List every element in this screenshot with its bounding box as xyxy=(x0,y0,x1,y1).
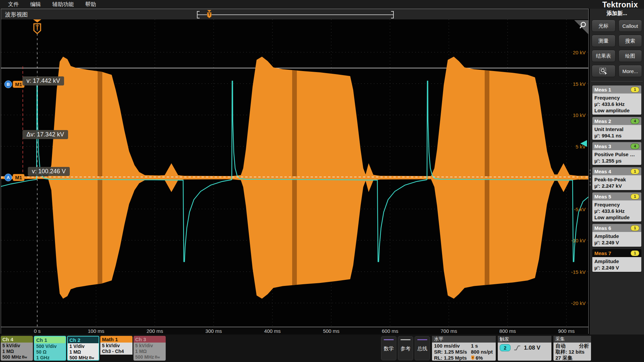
channel-setting-line: 500 MHz Bw xyxy=(69,355,97,361)
add-button-label: 参考 xyxy=(400,346,411,352)
channel-settings: 1 V/div1 MΩ500 MHz Bw xyxy=(68,343,99,361)
meas-card-header[interactable]: Meas 71 xyxy=(592,249,641,257)
search-button[interactable]: 搜索 xyxy=(619,35,642,47)
cursor-b-readout[interactable]: v: 17.442 kV xyxy=(22,76,64,85)
channel-setting-line: 5 kV/div xyxy=(102,343,131,349)
meas-card-3[interactable]: Meas 34Positive Pulse Wi...μ': 1.255 μs xyxy=(592,142,641,165)
meas-card-body: Amplitudeμ': 2.249 V xyxy=(592,232,641,247)
meas-card-body: Unit Intervalμ': 994.1 ns xyxy=(592,125,641,140)
bandwidth-limit-icon: Bw xyxy=(88,356,94,360)
meas-card-1[interactable]: Meas 11Frequencyμ': 433.6 kHzLow amplitu… xyxy=(592,85,641,115)
channel-setting-line: Ch3 - Ch4 xyxy=(102,349,131,354)
add-ref-button[interactable]: 参考 xyxy=(398,336,413,360)
cursor-b-letter: B xyxy=(4,80,12,88)
channel-badge-ch4[interactable]: Ch 45 kV/div1 MΩ500 MHz Bw xyxy=(1,336,33,361)
x-axis-label: 600 ms xyxy=(382,328,398,334)
meas-card-5[interactable]: Meas 51Frequencyμ': 433.6 kHzLow amplitu… xyxy=(592,192,641,222)
waveform-view-window: 波形视图 T 20 kV15 kV10 kV5 kV0 V-5 kV-10 kV… xyxy=(1,9,589,334)
cursor-a-readout[interactable]: v: 100.246 V xyxy=(28,167,70,176)
zoom-select-button[interactable] xyxy=(592,65,615,77)
measure-button[interactable]: 测量 xyxy=(592,35,615,47)
horizontal-panel[interactable]: 水平 100 ms/div1 s SR: 1.25 MS/s800 ns/pt … xyxy=(432,336,496,361)
channel-setting-line: 5 kV/div xyxy=(2,343,31,349)
channel-setting-line: 1 V/div xyxy=(69,344,97,349)
meas-card-2[interactable]: Meas 24Unit Intervalμ': 994.1 ns xyxy=(592,117,641,140)
acquisition-overview-minimap[interactable]: T xyxy=(198,11,393,18)
more-button[interactable]: More... xyxy=(619,65,642,77)
meas-line: μ': 2.247 kV xyxy=(594,183,639,189)
minimap-trigger-flag[interactable]: T xyxy=(206,10,212,19)
trigger-level-arrow[interactable] xyxy=(579,139,588,147)
y-axis-label: 10 kV xyxy=(573,112,586,118)
meas-card-body: Peak-to-Peakμ': 2.247 kV xyxy=(592,175,641,190)
add-math-button[interactable]: 数学 xyxy=(381,336,396,360)
channel-name: Ch 2 xyxy=(68,337,99,343)
meas-source-pill: 1 xyxy=(631,225,639,231)
meas-card-header[interactable]: Meas 24 xyxy=(592,117,641,125)
graticule-plot-area[interactable]: 20 kV15 kV10 kV5 kV0 V-5 kV-10 kV-15 kV-… xyxy=(1,19,588,327)
cursor-a-badge[interactable]: A M1 xyxy=(4,174,24,181)
trigger-mini-icon: T xyxy=(471,356,475,360)
meas-card-header[interactable]: Meas 34 xyxy=(592,142,641,150)
minimap-right-bracket[interactable] xyxy=(391,11,394,18)
channel-settings: 5 kV/divCh3 - Ch4 xyxy=(100,343,132,355)
sample-rate: SR: 1.25 MS/s xyxy=(434,349,471,355)
channel-setting-line: 1 MΩ xyxy=(2,349,31,354)
meas-line: Peak-to-Peak xyxy=(594,176,639,183)
waveform-color-line xyxy=(384,339,394,340)
meas-card-header[interactable]: Meas 41 xyxy=(592,167,641,175)
meas-source-pill: 4 xyxy=(631,118,639,124)
cursor-a-letter: A xyxy=(4,174,12,181)
math1-baseline xyxy=(1,176,588,179)
meas-source-pill: 1 xyxy=(631,194,639,199)
x-axis-label: 400 ms xyxy=(264,328,281,334)
acquisition-analysis: 分析 xyxy=(579,343,589,349)
y-axis-label: 0 V xyxy=(578,175,586,181)
minimap-trigger-letter: T xyxy=(208,12,211,16)
meas-card-header[interactable]: Meas 61 xyxy=(592,224,641,232)
menu-utility[interactable]: 辅助功能 xyxy=(52,1,74,8)
channel-name: Ch 4 xyxy=(1,336,33,343)
menu-help[interactable]: 帮助 xyxy=(85,1,96,8)
channel-badge-math1[interactable]: Math 15 kV/divCh3 - Ch4 xyxy=(100,336,132,361)
meas-card-header[interactable]: Meas 11 xyxy=(592,85,641,94)
meas-card-body: Frequencyμ': 433.6 kHzLow amplitude xyxy=(592,94,641,115)
meas-card-body: Frequencyμ': 433.6 kHzLow amplitude xyxy=(592,200,641,222)
meas-card-4[interactable]: Meas 41Peak-to-Peakμ': 2.247 kV xyxy=(592,167,641,190)
acquisition-panel[interactable]: 采集 自动 分析 取样: 12 bits 27 采集 xyxy=(553,336,591,361)
menu-edit[interactable]: 编辑 xyxy=(30,1,41,8)
meas-line: μ': 2.249 V xyxy=(594,264,639,271)
meas-card-header[interactable]: Meas 51 xyxy=(592,192,641,200)
channel-setting-line: 1 MΩ xyxy=(69,349,97,355)
trigger-panel[interactable]: 触发 2 1.08 V xyxy=(498,336,551,361)
minimap-left-bracket[interactable] xyxy=(197,11,200,18)
callout-button[interactable]: Callout xyxy=(619,20,642,32)
svg-text:T: T xyxy=(472,356,474,359)
cursor-delta-readout[interactable]: Δv: 17.342 kV xyxy=(22,130,68,139)
acquisition-count: 27 采集 xyxy=(555,355,589,361)
results-table-button[interactable]: 结果表 xyxy=(592,50,615,62)
plot-button[interactable]: 绘图 xyxy=(619,50,642,62)
meas-line: μ': 1.255 μs xyxy=(594,158,639,164)
channel-settings: 500 V/div50 Ω1 GHz xyxy=(35,343,65,361)
trigger-level-value: 1.08 V xyxy=(524,345,540,351)
y-axis-label: -5 kV xyxy=(574,206,586,212)
meas-card-6[interactable]: Meas 61Amplitudeμ': 2.249 V xyxy=(592,224,641,247)
trigger-position-percent: 6% xyxy=(476,355,483,361)
trigger-position-flag[interactable]: T xyxy=(33,19,42,35)
meas-source-pill: 1 xyxy=(631,250,639,256)
channel-badge-ch3[interactable]: Ch 35 kV/div1 MΩ500 MHz Bw xyxy=(133,336,166,361)
add-bus-button[interactable]: 总线 xyxy=(415,336,430,360)
meas-card-7[interactable]: Meas 71Amplitudeμ': 2.249 V xyxy=(592,249,641,272)
menu-file[interactable]: 文件 xyxy=(8,1,19,8)
channel-settings: 5 kV/div1 MΩ500 MHz Bw xyxy=(1,343,33,361)
cursor-button[interactable]: 光标 xyxy=(592,20,615,32)
channel-badge-ch2[interactable]: Ch 21 V/div1 MΩ500 MHz Bw xyxy=(67,336,99,361)
meas-card-title: Meas 7 xyxy=(594,250,611,256)
cursor-b-badge[interactable]: B M1 xyxy=(4,80,24,88)
horizontal-panel-title: 水平 xyxy=(432,336,496,343)
waveform-view-title: 波形视图 xyxy=(5,11,28,18)
zoom-corner-icon[interactable] xyxy=(574,19,588,34)
panel-splitter-handle[interactable] xyxy=(589,170,591,188)
channel-badge-ch1[interactable]: Ch 1500 V/div50 Ω1 GHz xyxy=(34,336,66,361)
